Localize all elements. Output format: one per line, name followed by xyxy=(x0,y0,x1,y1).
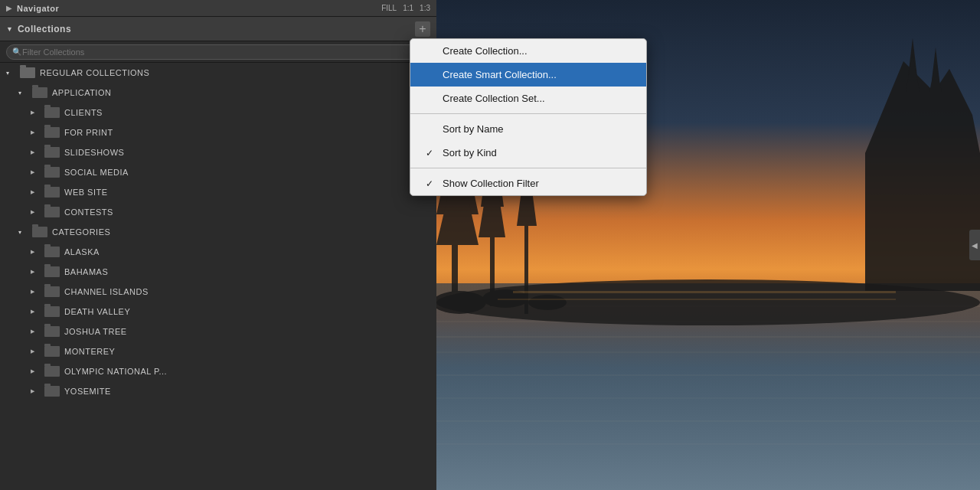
tree-item-clients[interactable]: ▶ CLIENTS xyxy=(0,103,436,122)
menu-item-sort-by-name[interactable]: Sort by Name xyxy=(410,117,646,141)
folder-icon-yosemite xyxy=(44,386,60,397)
label-yosemite: YOSEMITE xyxy=(64,387,111,396)
arrow-olympic-national: ▶ xyxy=(31,368,40,374)
arrow-bahamas: ▶ xyxy=(31,269,40,275)
checkmark-create-collection xyxy=(426,46,436,57)
folder-icon-slideshows xyxy=(44,147,60,158)
folder-icon-joshua-tree xyxy=(44,326,60,337)
navigator-controls: FILL 1:1 1:3 xyxy=(381,4,430,12)
tree-item-olympic-national[interactable]: ▶ OLYMPIC NATIONAL P... xyxy=(0,361,436,381)
panel-collapse-arrow[interactable]: ◀ xyxy=(969,230,980,260)
collections-title: Collections xyxy=(18,24,415,34)
collections-tree: ▾ REGULAR COLLECTIONS ▾ APPLICATION ▶ CL… xyxy=(0,63,436,490)
tree-item-channel-islands[interactable]: ▶ CHANNEL ISLANDS xyxy=(0,282,436,302)
tree-item-yosemite[interactable]: ▶ YOSEMITE xyxy=(0,381,436,401)
tree-item-alaska[interactable]: ▶ ALASKA xyxy=(0,242,436,262)
tree-item-death-valley[interactable]: ▶ DEATH VALLEY xyxy=(0,302,436,322)
label-slideshows: SLIDESHOWS xyxy=(64,148,124,157)
menu-item-create-collection[interactable]: Create Collection... xyxy=(410,39,646,63)
tree-item-web-site[interactable]: ▶ WEB SITE xyxy=(0,182,436,202)
arrow-contests: ▶ xyxy=(31,209,40,215)
menu-separator-2 xyxy=(410,168,646,168)
label-for-print: FOR PRINT xyxy=(64,128,113,137)
arrow-web-site: ▶ xyxy=(31,189,40,195)
folder-icon-bahamas xyxy=(44,266,60,277)
nav-1-1[interactable]: 1:1 xyxy=(403,4,413,12)
folder-icon-death-valley xyxy=(44,306,60,317)
label-application: APPLICATION xyxy=(52,88,111,97)
arrow-death-valley: ▶ xyxy=(31,309,40,315)
filter-collections-input[interactable] xyxy=(6,44,430,60)
collapse-chevron-icon: ◀ xyxy=(972,241,978,250)
tree-item-categories[interactable]: ▾ CATEGORIES xyxy=(0,222,436,242)
menu-label-show-collection-filter: Show Collection Filter xyxy=(443,178,539,189)
svg-rect-33 xyxy=(513,291,896,293)
arrow-yosemite: ▶ xyxy=(31,388,40,394)
left-panel: ▶ Navigator FILL 1:1 1:3 ▼ Collections +… xyxy=(0,0,436,490)
arrow-channel-islands: ▶ xyxy=(31,289,40,295)
folder-icon-channel-islands xyxy=(44,286,60,297)
menu-label-sort-by-name: Sort by Name xyxy=(443,123,503,135)
collections-header: ▼ Collections + xyxy=(0,17,436,41)
menu-item-create-smart-collection[interactable]: Create Smart Collection... xyxy=(410,63,646,87)
folder-icon-clients xyxy=(44,107,60,118)
label-death-valley: DEATH VALLEY xyxy=(64,307,130,316)
menu-label-create-collection-set: Create Collection Set... xyxy=(443,93,545,104)
tree-item-slideshows[interactable]: ▶ SLIDESHOWS xyxy=(0,142,436,162)
arrow-application: ▾ xyxy=(18,90,28,96)
folder-icon-for-print xyxy=(44,127,60,138)
svg-rect-34 xyxy=(498,299,896,300)
label-monterey: MONTEREY xyxy=(64,347,115,356)
arrow-categories: ▾ xyxy=(18,229,28,236)
add-collection-button[interactable]: + xyxy=(415,21,430,37)
menu-item-create-collection-set[interactable]: Create Collection Set... xyxy=(410,87,646,110)
folder-icon-alaska xyxy=(44,247,60,257)
menu-label-create-collection: Create Collection... xyxy=(443,45,528,57)
tree-item-joshua-tree[interactable]: ▶ JOSHUA TREE xyxy=(0,322,436,341)
folder-icon-regular-collections xyxy=(20,67,35,78)
checkmark-create-set xyxy=(426,93,436,104)
label-alaska: ALASKA xyxy=(64,247,100,256)
label-channel-islands: CHANNEL ISLANDS xyxy=(64,287,149,296)
folder-icon-contests xyxy=(44,207,60,217)
arrow-alaska: ▶ xyxy=(31,249,40,255)
arrow-clients: ▶ xyxy=(31,109,40,116)
folder-icon-web-site xyxy=(44,187,60,198)
checkmark-sort-kind: ✓ xyxy=(426,148,436,158)
label-joshua-tree: JOSHUA TREE xyxy=(64,327,127,336)
arrow-monterey: ▶ xyxy=(31,348,40,354)
arrow-social-media: ▶ xyxy=(31,169,40,175)
menu-label-sort-by-kind: Sort by Kind xyxy=(443,147,497,158)
arrow-for-print: ▶ xyxy=(31,129,40,136)
label-clients: CLIENTS xyxy=(64,108,103,117)
label-social-media: SOCIAL MEDIA xyxy=(64,168,129,177)
tree-item-bahamas[interactable]: ▶ BAHAMAS xyxy=(0,262,436,282)
arrow-slideshows: ▶ xyxy=(31,149,40,155)
arrow-regular-collections: ▾ xyxy=(6,70,15,77)
tree-item-application[interactable]: ▾ APPLICATION xyxy=(0,83,436,103)
tree-item-monterey[interactable]: ▶ MONTEREY xyxy=(0,341,436,361)
tree-item-social-media[interactable]: ▶ SOCIAL MEDIA xyxy=(0,162,436,182)
folder-icon-monterey xyxy=(44,346,60,357)
checkmark-sort-name xyxy=(426,124,436,135)
filter-bar: 🔍 xyxy=(0,41,436,63)
folder-icon-social-media xyxy=(44,167,60,178)
checkmark-create-smart xyxy=(426,70,436,80)
nav-fill[interactable]: FILL xyxy=(381,4,397,12)
navigator-title: Navigator xyxy=(17,4,381,13)
context-menu: Create Collection... Create Smart Collec… xyxy=(410,38,647,196)
label-olympic-national: OLYMPIC NATIONAL P... xyxy=(64,367,167,376)
label-regular-collections: REGULAR COLLECTIONS xyxy=(40,68,149,77)
nav-1-3[interactable]: 1:3 xyxy=(420,4,430,12)
label-categories: CATEGORIES xyxy=(52,227,110,237)
folder-icon-categories xyxy=(32,227,47,237)
tree-item-regular-collections[interactable]: ▾ REGULAR COLLECTIONS xyxy=(0,63,436,83)
navigator-bar: ▶ Navigator FILL 1:1 1:3 xyxy=(0,0,436,17)
tree-item-contests[interactable]: ▶ CONTESTS xyxy=(0,202,436,222)
label-contests: CONTESTS xyxy=(64,207,113,217)
filter-search-icon: 🔍 xyxy=(12,47,21,56)
folder-icon-application xyxy=(32,87,47,98)
tree-item-for-print[interactable]: ▶ FOR PRINT xyxy=(0,122,436,142)
menu-item-show-collection-filter[interactable]: ✓ Show Collection Filter xyxy=(410,172,646,195)
menu-item-sort-by-kind[interactable]: ✓ Sort by Kind xyxy=(410,141,646,165)
